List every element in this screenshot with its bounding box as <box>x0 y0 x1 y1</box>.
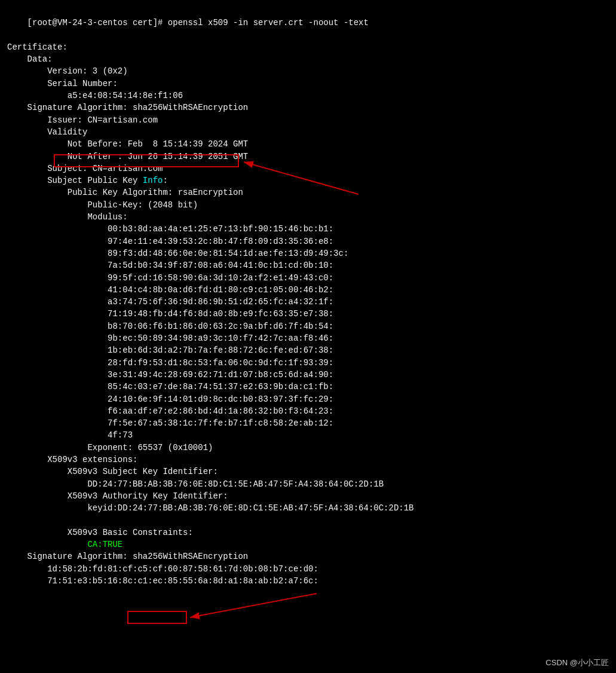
modulus-7: a3:74:75:6f:36:9d:86:9b:51:d2:65:fc:a4:3… <box>7 296 609 308</box>
modulus-11: 1b:eb:6d:3d:a2:7b:7a:fe:88:72:6c:fe:ed:6… <box>7 344 609 356</box>
modulus-1: 00:b3:8d:aa:4a:e1:25:e7:13:bf:90:15:46:b… <box>7 223 609 235</box>
modulus-2: 97:4e:11:e4:39:53:2c:8b:47:f8:09:d3:35:3… <box>7 235 609 247</box>
watermark: CSDN @小小工匠 <box>545 657 609 668</box>
cert-ski-value: DD:24:77:BB:AB:3B:76:0E:8D:C1:5E:AB:47:5… <box>7 478 609 490</box>
modulus-15: 24:10:6e:9f:14:01:d9:8c:dc:b0:83:97:3f:f… <box>7 393 609 405</box>
modulus-3: 89:f3:dd:48:66:0e:0e:81:54:1d:ae:fe:13:d… <box>7 247 609 259</box>
cert-aki-label: X509v3 Authority Key Identifier: <box>7 490 609 502</box>
modulus-13: 3e:31:49:4c:28:69:62:71:d1:07:b8:c5:6d:a… <box>7 369 609 381</box>
cert-line-0: Certificate: <box>7 41 609 53</box>
modulus-6: 41:04:c4:8b:0a:d6:fd:d1:80:c9:c1:05:00:4… <box>7 284 609 296</box>
cert-line-6: Issuer: CN=artisan.com <box>7 114 609 126</box>
modulus-18: 4f:73 <box>7 429 609 441</box>
cert-line-9: Not After : Jun 26 15:14:39 2051 GMT <box>7 151 609 163</box>
modulus-4: 7a:5d:b0:34:9f:87:08:a6:04:41:0c:b1:cd:0… <box>7 259 609 271</box>
modulus-17: 7f:5e:67:a5:38:1c:7f:fe:b7:1f:c8:58:2e:a… <box>7 417 609 429</box>
cert-line-3: Serial Number: <box>7 78 609 90</box>
cert-line-2: Version: 3 (0x2) <box>7 65 609 77</box>
cert-line-7: Validity <box>7 126 609 138</box>
cert-bc-label: X509v3 Basic Constraints: <box>7 527 609 539</box>
terminal: [root@VM-24-3-centos cert]# openssl x509… <box>0 0 616 673</box>
modulus-5: 99:5f:cd:16:58:90:6a:3d:10:2a:f2:e1:49:4… <box>7 272 609 284</box>
cert-line-14: Modulus: <box>7 211 609 223</box>
command-line: [root@VM-24-3-centos cert]# openssl x509… <box>7 5 609 41</box>
arrow2-line <box>190 594 317 617</box>
modulus-14: 85:4c:03:e7:de:8a:74:51:37:e2:63:9b:da:c… <box>7 381 609 393</box>
cert-x509-ext: X509v3 extensions: <box>7 454 609 466</box>
cert-ski-label: X509v3 Subject Key Identifier: <box>7 466 609 478</box>
cert-line-11: Subject Public Key Info: <box>7 175 609 186</box>
modulus-9: b8:70:06:f6:b1:86:d0:63:2c:9a:bf:d6:7f:4… <box>7 320 609 332</box>
cert-line-8: Not Before: Feb 8 15:14:39 2024 GMT <box>7 138 609 150</box>
modulus-16: f6:aa:df:e7:e2:86:bd:4d:1a:86:32:b0:f3:6… <box>7 405 609 417</box>
cert-ca-true-line: CA:TRUE <box>7 539 609 550</box>
cert-blank <box>7 514 609 526</box>
cert-line-4: a5:e4:08:54:14:8e:f1:06 <box>7 90 609 102</box>
cert-line-13: Public-Key: (2048 bit) <box>7 199 609 211</box>
modulus-12: 28:fd:f9:53:d1:8c:53:fa:06:0c:9d:fc:1f:9… <box>7 357 609 369</box>
cert-sig-algo: Signature Algorithm: sha256WithRSAEncryp… <box>7 550 609 562</box>
cert-sig-1: 1d:58:2b:fd:81:cf:c5:cf:60:87:58:61:7d:0… <box>7 563 609 575</box>
cert-line-1: Data: <box>7 53 609 65</box>
ca-true-text: CA:TRUE <box>87 540 122 549</box>
cert-subject-line: Subject: CN=artisan.com <box>7 163 609 175</box>
cert-sig-2: 71:51:e3:b5:16:8c:c1:ec:85:55:6a:8d:a1:8… <box>7 575 609 587</box>
cert-aki-value: keyid:DD:24:77:BB:AB:3B:76:0E:8D:C1:5E:A… <box>7 502 609 514</box>
modulus-8: 71:19:48:fb:d4:f6:8d:a0:8b:e9:fc:63:35:e… <box>7 308 609 320</box>
cert-exponent: Exponent: 65537 (0x10001) <box>7 442 609 454</box>
modulus-10: 9b:ec:50:89:34:98:a9:3c:10:f7:42:7c:aa:f… <box>7 332 609 344</box>
cert-line-12: Public Key Algorithm: rsaEncryption <box>7 186 609 198</box>
ca-true-annotation-box <box>127 611 187 624</box>
cert-line-5: Signature Algorithm: sha256WithRSAEncryp… <box>7 102 609 114</box>
prompt-text: [root@VM-24-3-centos cert]# openssl x509… <box>27 18 369 27</box>
info-text: Info <box>143 176 163 185</box>
